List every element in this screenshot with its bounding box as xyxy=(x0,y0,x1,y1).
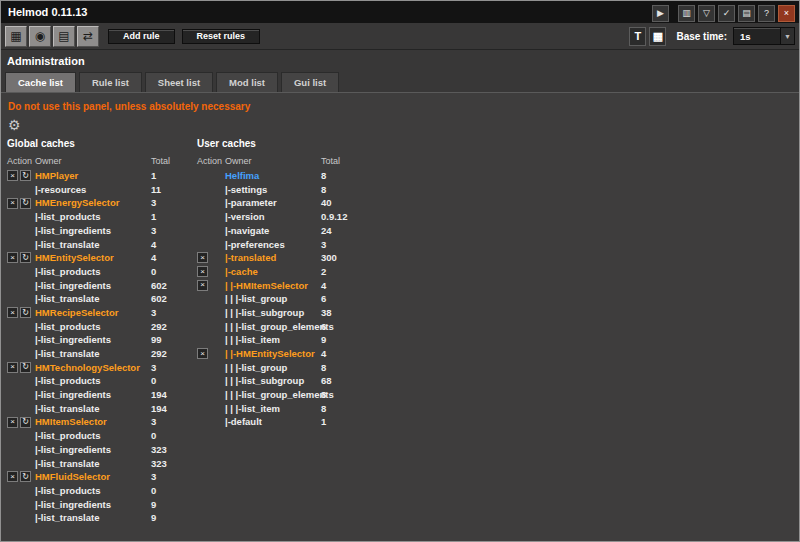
table-row: ×↻HMEnergySelector3 xyxy=(7,196,195,210)
owner-cell: | | |-list_item xyxy=(225,335,321,345)
table-row: | | |-list_item9 xyxy=(197,333,397,347)
owner-cell: | | |-list_group xyxy=(225,363,321,373)
owner-cell: |-list_ingredients xyxy=(35,390,151,400)
owner-cell: |-list_products xyxy=(35,376,151,386)
owner-cell: HMFluidSelector xyxy=(35,472,151,482)
delete-cache-button[interactable]: × xyxy=(7,307,18,318)
energy-button[interactable]: ◉ xyxy=(29,26,51,47)
action-cell: × xyxy=(197,266,225,277)
refresh-cache-button[interactable]: ↻ xyxy=(20,471,31,482)
tab-rule-list[interactable]: Rule list xyxy=(79,72,142,92)
owner-cell: | | |-list_group_elements xyxy=(225,322,321,332)
add-rule-button[interactable]: Add rule xyxy=(108,29,175,44)
owner-cell: |-list_products xyxy=(35,322,151,332)
tab-cache-list[interactable]: Cache list xyxy=(5,72,76,92)
table-row: ×↻HMPlayer1 xyxy=(7,169,195,183)
delete-cache-button[interactable]: × xyxy=(197,280,208,291)
total-cell: 0 xyxy=(151,267,195,277)
calculator-button[interactable]: ▦ xyxy=(649,27,666,46)
refresh-cache-button[interactable]: ↻ xyxy=(20,198,31,209)
total-cell: 194 xyxy=(151,404,195,414)
table-row: |-list_products0 xyxy=(7,265,195,279)
owner-cell: |-settings xyxy=(225,185,321,195)
delete-cache-button[interactable]: × xyxy=(7,471,18,482)
refresh-icon: ↻ xyxy=(22,309,29,317)
owner-cell: |-list_ingredients xyxy=(35,226,151,236)
pin-button[interactable]: ▤ xyxy=(738,5,755,22)
refresh-cache-button[interactable]: ↻ xyxy=(20,417,31,428)
total-cell: 9 xyxy=(151,500,195,510)
delete-cache-button[interactable]: × xyxy=(197,252,208,263)
refresh-cache-button[interactable]: ↻ xyxy=(20,362,31,373)
table-header-row: ActionOwnerTotal xyxy=(7,154,195,169)
tab-gui-list[interactable]: Gui list xyxy=(281,72,339,92)
refresh-cache-button[interactable]: ↻ xyxy=(20,252,31,263)
filter-button[interactable]: ▽ xyxy=(698,5,715,22)
cache-tables: Global cachesActionOwnerTotal×↻HMPlayer1… xyxy=(7,138,793,525)
window-title: Helmod 0.11.13 xyxy=(5,6,649,18)
base-time-dropdown[interactable]: 1s ▼ xyxy=(733,27,795,45)
text-mode-button[interactable]: T xyxy=(629,27,646,46)
total-cell: 602 xyxy=(151,281,195,291)
owner-cell: |-list_products xyxy=(35,486,151,496)
total-cell: 11 xyxy=(151,185,195,195)
delete-cache-button[interactable]: × xyxy=(197,266,208,277)
owner-cell: |-resources xyxy=(35,185,151,195)
table-row: |-default1 xyxy=(197,415,397,429)
total-cell: 8 xyxy=(321,171,397,181)
reset-rules-button[interactable]: Reset rules xyxy=(182,29,261,44)
panel-icon: ▥ xyxy=(682,9,691,18)
table-row: |-list_products0 xyxy=(7,484,195,498)
owner-cell: HMEnergySelector xyxy=(35,198,151,208)
table-row: |-parameter40 xyxy=(197,196,397,210)
total-cell: 3 xyxy=(151,472,195,482)
owner-cell: |-preferences xyxy=(225,240,321,250)
total-cell: 3 xyxy=(151,226,195,236)
delete-cache-button[interactable]: × xyxy=(197,348,208,359)
total-cell: 292 xyxy=(151,322,195,332)
owner-cell: |-list_translate xyxy=(35,349,151,359)
document-icon: ▤ xyxy=(58,30,69,42)
owner-cell: HMItemSelector xyxy=(35,417,151,427)
action-cell: ×↻ xyxy=(7,471,35,482)
delete-cache-button[interactable]: × xyxy=(7,362,18,373)
delete-cache-button[interactable]: × xyxy=(7,198,18,209)
settings-button[interactable]: ⚙ xyxy=(8,118,21,132)
table-row: |-version0.9.12 xyxy=(197,210,397,224)
owner-cell: |-navigate xyxy=(225,226,321,236)
run-button[interactable]: ▶ xyxy=(652,5,669,22)
table-row: |-list_ingredients194 xyxy=(7,388,195,402)
table-row: |-settings8 xyxy=(197,183,397,197)
total-cell: 0 xyxy=(151,486,195,496)
table-row: |-list_ingredients3 xyxy=(7,224,195,238)
table-row: | | |-list_subgroup68 xyxy=(197,374,397,388)
total-cell: 0 xyxy=(151,431,195,441)
apply-button[interactable]: ✓ xyxy=(718,5,735,22)
play-icon: ▶ xyxy=(657,9,664,18)
total-cell: 6 xyxy=(321,294,397,304)
filter-icon: ▽ xyxy=(703,9,710,18)
action-cell: ×↻ xyxy=(7,252,35,263)
delete-cache-button[interactable]: × xyxy=(7,170,18,181)
tab-sheet-list[interactable]: Sheet list xyxy=(145,72,213,92)
total-cell: 99 xyxy=(151,335,195,345)
action-cell: × xyxy=(197,348,225,359)
total-cell: 4 xyxy=(151,240,195,250)
panels-button[interactable]: ▥ xyxy=(678,5,695,22)
close-button[interactable]: × xyxy=(778,5,795,22)
refresh-cache-button[interactable]: ↻ xyxy=(20,170,31,181)
help-button[interactable]: ? xyxy=(758,5,775,22)
total-cell: 3 xyxy=(151,308,195,318)
refresh-icon: ↻ xyxy=(22,172,29,180)
table-row: ×↻HMFluidSelector3 xyxy=(7,470,195,484)
total-cell: 9 xyxy=(321,335,397,345)
owner-cell: |-list_translate xyxy=(35,240,151,250)
tab-mod-list[interactable]: Mod list xyxy=(216,72,278,92)
exchange-button[interactable]: ⇄ xyxy=(77,26,99,47)
action-cell: × xyxy=(197,252,225,263)
delete-cache-button[interactable]: × xyxy=(7,252,18,263)
production-button[interactable]: ▦ xyxy=(5,26,27,47)
delete-cache-button[interactable]: × xyxy=(7,417,18,428)
refresh-cache-button[interactable]: ↻ xyxy=(20,307,31,318)
sheet-button[interactable]: ▤ xyxy=(53,26,75,47)
